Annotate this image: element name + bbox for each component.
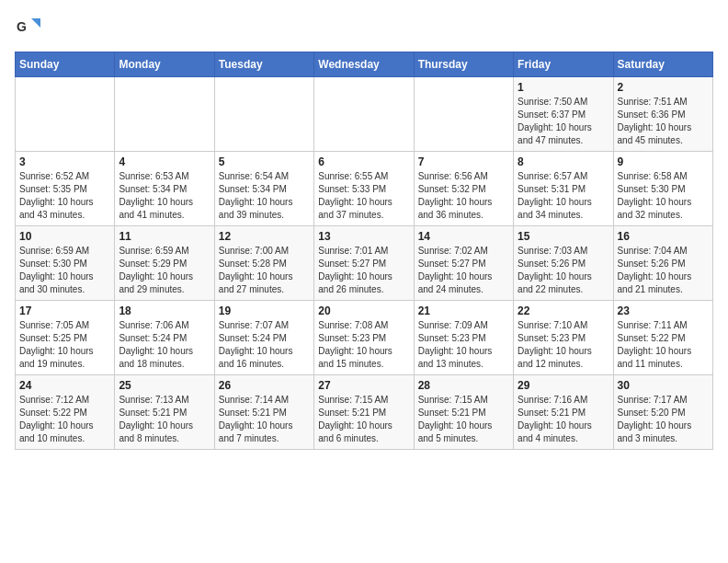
day-cell: 12Sunrise: 7:00 AM Sunset: 5:28 PM Dayli…: [214, 226, 313, 301]
day-cell: 11Sunrise: 6:59 AM Sunset: 5:29 PM Dayli…: [115, 226, 214, 301]
day-info: Sunrise: 7:09 AM Sunset: 5:23 PM Dayligh…: [418, 319, 509, 371]
day-number: 30: [618, 379, 709, 392]
day-cell: 29Sunrise: 7:16 AM Sunset: 5:21 PM Dayli…: [514, 375, 613, 450]
day-cell: 21Sunrise: 7:09 AM Sunset: 5:23 PM Dayli…: [414, 301, 513, 375]
week-row-5: 24Sunrise: 7:12 AM Sunset: 5:22 PM Dayli…: [16, 375, 713, 450]
day-header-wednesday: Wednesday: [314, 52, 414, 77]
day-cell: 26Sunrise: 7:14 AM Sunset: 5:21 PM Dayli…: [214, 375, 313, 450]
day-cell: 3Sunrise: 6:52 AM Sunset: 5:35 PM Daylig…: [16, 152, 115, 226]
day-info: Sunrise: 7:50 AM Sunset: 6:37 PM Dayligh…: [518, 96, 609, 147]
day-header-tuesday: Tuesday: [214, 52, 313, 77]
day-number: 27: [318, 379, 409, 392]
day-number: 25: [119, 379, 210, 392]
day-info: Sunrise: 6:52 AM Sunset: 5:35 PM Dayligh…: [19, 170, 110, 222]
day-info: Sunrise: 7:00 AM Sunset: 5:28 PM Dayligh…: [219, 245, 310, 296]
day-info: Sunrise: 7:17 AM Sunset: 5:20 PM Dayligh…: [618, 394, 709, 445]
day-number: 15: [518, 230, 609, 243]
day-number: 3: [19, 155, 110, 168]
day-number: 17: [19, 304, 110, 317]
day-cell: 4Sunrise: 6:53 AM Sunset: 5:34 PM Daylig…: [115, 152, 214, 226]
day-cell: 19Sunrise: 7:07 AM Sunset: 5:24 PM Dayli…: [214, 301, 313, 375]
day-number: 16: [618, 230, 709, 243]
day-cell: 22Sunrise: 7:10 AM Sunset: 5:23 PM Dayli…: [514, 301, 613, 375]
day-number: 22: [518, 304, 609, 317]
day-info: Sunrise: 6:53 AM Sunset: 5:34 PM Dayligh…: [119, 170, 210, 222]
day-number: 13: [318, 230, 409, 243]
day-cell: 20Sunrise: 7:08 AM Sunset: 5:23 PM Dayli…: [314, 301, 414, 375]
day-number: 12: [219, 230, 310, 243]
day-info: Sunrise: 7:12 AM Sunset: 5:22 PM Dayligh…: [19, 394, 110, 445]
day-info: Sunrise: 6:54 AM Sunset: 5:34 PM Dayligh…: [219, 170, 310, 222]
day-number: 11: [119, 230, 210, 243]
day-header-thursday: Thursday: [414, 52, 513, 77]
svg-text:G: G: [17, 19, 27, 34]
header-row: SundayMondayTuesdayWednesdayThursdayFrid…: [16, 52, 713, 77]
day-info: Sunrise: 7:10 AM Sunset: 5:23 PM Dayligh…: [518, 319, 609, 371]
day-info: Sunrise: 7:15 AM Sunset: 5:21 PM Dayligh…: [418, 394, 509, 445]
day-number: 4: [119, 155, 210, 168]
day-info: Sunrise: 7:14 AM Sunset: 5:21 PM Dayligh…: [219, 394, 310, 445]
day-number: 29: [518, 379, 609, 392]
day-info: Sunrise: 6:56 AM Sunset: 5:32 PM Dayligh…: [418, 170, 509, 222]
day-number: 26: [219, 379, 310, 392]
day-cell: 27Sunrise: 7:15 AM Sunset: 5:21 PM Dayli…: [314, 375, 414, 450]
day-number: 5: [219, 155, 310, 168]
day-cell: 14Sunrise: 7:02 AM Sunset: 5:27 PM Dayli…: [414, 226, 513, 301]
day-cell: [314, 77, 414, 152]
day-cell: 7Sunrise: 6:56 AM Sunset: 5:32 PM Daylig…: [414, 152, 513, 226]
day-cell: 2Sunrise: 7:51 AM Sunset: 6:36 PM Daylig…: [613, 77, 712, 152]
day-cell: 8Sunrise: 6:57 AM Sunset: 5:31 PM Daylig…: [514, 152, 613, 226]
day-cell: 17Sunrise: 7:05 AM Sunset: 5:25 PM Dayli…: [16, 301, 115, 375]
day-number: 19: [219, 304, 310, 317]
day-cell: 5Sunrise: 6:54 AM Sunset: 5:34 PM Daylig…: [214, 152, 313, 226]
logo-icon: G: [15, 15, 40, 40]
day-cell: 28Sunrise: 7:15 AM Sunset: 5:21 PM Dayli…: [414, 375, 513, 450]
day-number: 20: [318, 304, 409, 317]
day-cell: [414, 77, 513, 152]
logo: G: [15, 15, 44, 40]
day-info: Sunrise: 7:11 AM Sunset: 5:22 PM Dayligh…: [618, 319, 709, 371]
day-info: Sunrise: 7:05 AM Sunset: 5:25 PM Dayligh…: [19, 319, 110, 371]
day-cell: 23Sunrise: 7:11 AM Sunset: 5:22 PM Dayli…: [613, 301, 712, 375]
day-info: Sunrise: 7:04 AM Sunset: 5:26 PM Dayligh…: [618, 245, 709, 296]
day-cell: 25Sunrise: 7:13 AM Sunset: 5:21 PM Dayli…: [115, 375, 214, 450]
week-row-2: 3Sunrise: 6:52 AM Sunset: 5:35 PM Daylig…: [16, 152, 713, 226]
day-info: Sunrise: 7:51 AM Sunset: 6:36 PM Dayligh…: [618, 96, 709, 147]
day-cell: 13Sunrise: 7:01 AM Sunset: 5:27 PM Dayli…: [314, 226, 414, 301]
header: G: [15, 15, 713, 40]
calendar-body: 1Sunrise: 7:50 AM Sunset: 6:37 PM Daylig…: [16, 77, 713, 450]
day-cell: 10Sunrise: 6:59 AM Sunset: 5:30 PM Dayli…: [16, 226, 115, 301]
day-number: 21: [418, 304, 509, 317]
day-cell: [115, 77, 214, 152]
day-info: Sunrise: 7:02 AM Sunset: 5:27 PM Dayligh…: [418, 245, 509, 296]
calendar-table: SundayMondayTuesdayWednesdayThursdayFrid…: [15, 52, 713, 450]
day-number: 28: [418, 379, 509, 392]
day-cell: 9Sunrise: 6:58 AM Sunset: 5:30 PM Daylig…: [613, 152, 712, 226]
day-cell: 24Sunrise: 7:12 AM Sunset: 5:22 PM Dayli…: [16, 375, 115, 450]
svg-marker-1: [31, 18, 40, 28]
day-info: Sunrise: 6:58 AM Sunset: 5:30 PM Dayligh…: [618, 170, 709, 222]
day-number: 8: [518, 155, 609, 168]
calendar-header: SundayMondayTuesdayWednesdayThursdayFrid…: [16, 52, 713, 77]
day-cell: [16, 77, 115, 152]
day-cell: 30Sunrise: 7:17 AM Sunset: 5:20 PM Dayli…: [613, 375, 712, 450]
week-row-4: 17Sunrise: 7:05 AM Sunset: 5:25 PM Dayli…: [16, 301, 713, 375]
day-number: 7: [418, 155, 509, 168]
day-header-friday: Friday: [514, 52, 613, 77]
week-row-1: 1Sunrise: 7:50 AM Sunset: 6:37 PM Daylig…: [16, 77, 713, 152]
day-header-monday: Monday: [115, 52, 214, 77]
day-cell: 6Sunrise: 6:55 AM Sunset: 5:33 PM Daylig…: [314, 152, 414, 226]
day-info: Sunrise: 7:03 AM Sunset: 5:26 PM Dayligh…: [518, 245, 609, 296]
day-info: Sunrise: 6:57 AM Sunset: 5:31 PM Dayligh…: [518, 170, 609, 222]
day-info: Sunrise: 7:15 AM Sunset: 5:21 PM Dayligh…: [318, 394, 409, 445]
day-number: 6: [318, 155, 409, 168]
day-info: Sunrise: 7:01 AM Sunset: 5:27 PM Dayligh…: [318, 245, 409, 296]
day-info: Sunrise: 6:55 AM Sunset: 5:33 PM Dayligh…: [318, 170, 409, 222]
day-info: Sunrise: 7:07 AM Sunset: 5:24 PM Dayligh…: [219, 319, 310, 371]
day-cell: 15Sunrise: 7:03 AM Sunset: 5:26 PM Dayli…: [514, 226, 613, 301]
day-info: Sunrise: 6:59 AM Sunset: 5:30 PM Dayligh…: [19, 245, 110, 296]
day-header-saturday: Saturday: [613, 52, 712, 77]
day-number: 18: [119, 304, 210, 317]
week-row-3: 10Sunrise: 6:59 AM Sunset: 5:30 PM Dayli…: [16, 226, 713, 301]
day-info: Sunrise: 7:13 AM Sunset: 5:21 PM Dayligh…: [119, 394, 210, 445]
